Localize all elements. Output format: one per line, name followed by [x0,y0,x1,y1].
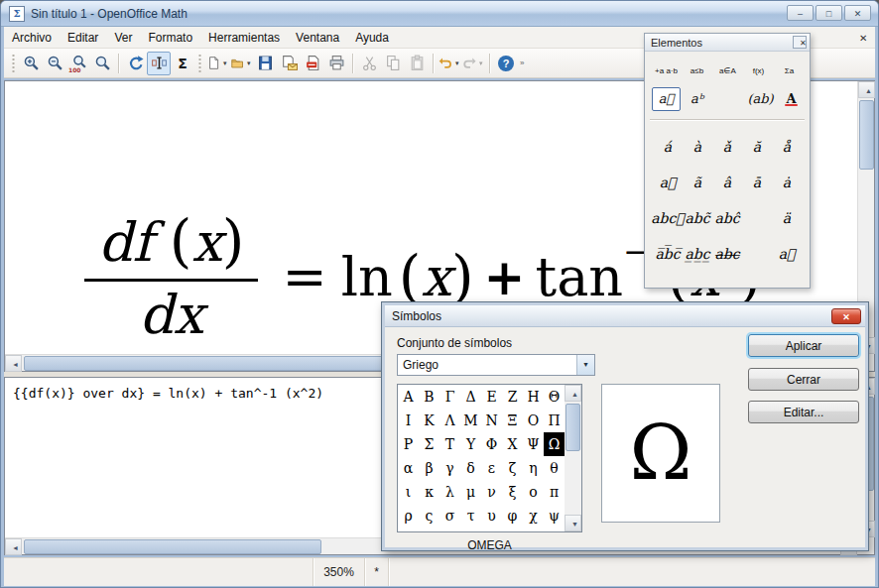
minimize-button[interactable]: – [787,5,814,21]
symbol-set-value[interactable]: Griego [398,355,576,375]
save-button[interactable] [253,52,277,75]
chevron-down-icon[interactable]: ▾ [221,59,228,67]
symbol-cell[interactable]: Ν [481,409,502,432]
symbol-cell[interactable]: θ [544,456,565,480]
scroll-left-icon[interactable]: ◄ [5,355,22,372]
symbol-cell[interactable]: λ [440,480,460,504]
attribute-button[interactable]: â [712,165,742,200]
zoom-out-button[interactable] [43,52,66,75]
update-view-button[interactable] [123,52,147,75]
menu-item[interactable]: Ventana [288,28,347,48]
symbol-cell[interactable]: υ [481,504,502,528]
symbol-cell[interactable]: Η [523,385,544,409]
attribute-button[interactable]: á [653,129,683,165]
symbol-cell[interactable]: Γ [440,385,460,409]
scroll-left-icon[interactable]: ◄ [5,538,22,555]
symbol-cell[interactable]: ε [481,456,502,480]
help-button[interactable]: ? [494,52,518,75]
symbol-cell[interactable]: τ [460,504,481,528]
attribute-button[interactable]: abĉ [712,200,742,236]
scrollbar-thumb[interactable] [24,539,321,554]
scrollbar-thumb[interactable] [565,404,580,451]
symbol-cell[interactable]: Ε [481,385,502,409]
symbol-set-combobox[interactable]: Griego ▼ [397,354,595,376]
combo-dropdown-icon[interactable]: ▼ [576,355,594,375]
symbols-catalog-button[interactable]: Σ [171,52,194,75]
symbol-cell[interactable]: Ψ [523,432,544,456]
print-button[interactable] [324,52,348,75]
element-category-button[interactable]: f(x) [744,59,773,83]
toolbar-handle[interactable] [197,54,202,73]
symbol-cell[interactable]: κ [419,480,440,504]
symbol-cell[interactable]: δ [460,456,481,480]
export-pdf-button[interactable] [301,52,324,75]
command-text[interactable]: {{df(x)} over dx} = ln(x) + tan^-1 (x^2) [13,386,323,402]
toolbar-overflow-icon[interactable]: » [520,59,524,67]
symbols-dialog-titlebar[interactable]: Símbolos [385,305,865,327]
edit-button[interactable]: Editar... [748,401,859,423]
symbol-cell[interactable]: ζ [502,456,523,480]
dialog-close-icon[interactable]: ✕ [831,308,861,324]
symbol-cell[interactable]: Ι [398,409,419,432]
attribute-button[interactable]: abc̃ [683,200,712,236]
attribute-button[interactable]: ǎ [712,129,742,165]
attribute-button[interactable]: abc⃗ [653,200,683,236]
menu-item[interactable]: Ayuda [347,28,397,48]
symbol-cell[interactable]: Λ [440,409,460,432]
attribute-button[interactable]: a⃗ [653,165,683,200]
new-document-button[interactable]: ▾ [205,52,229,75]
attribute-button[interactable]: å [772,129,802,165]
symbol-cell[interactable]: Υ [460,432,481,456]
symbol-cell[interactable]: Ω [544,432,565,456]
menu-item[interactable]: Ver [106,28,140,48]
symbol-cell[interactable]: μ [460,480,481,504]
menu-item[interactable]: Herramientas [200,28,288,48]
document-as-email-button[interactable] [277,52,301,75]
maximize-button[interactable]: □ [816,5,842,21]
element-category-button[interactable]: a⃗ [652,87,681,111]
open-button[interactable]: ▾ [229,52,253,75]
element-category-button[interactable]: aᵇ [683,87,711,111]
element-category-button[interactable]: a∈A [713,59,742,83]
symbol-cell[interactable]: Μ [460,409,481,432]
symbol-cell[interactable]: Φ [481,432,502,456]
symbol-cell[interactable]: ι [398,480,419,504]
symbol-cell[interactable]: Ο [523,409,544,432]
symbol-cell[interactable]: Ζ [502,385,523,409]
symbol-cell[interactable]: Τ [440,432,460,456]
symbol-cell[interactable]: σ [440,504,460,528]
symbol-cell[interactable]: η [523,456,544,480]
symbol-cell[interactable]: Δ [460,385,481,409]
symbol-cell[interactable]: Θ [544,385,565,409]
symbol-cell[interactable]: χ [523,504,544,528]
symbol-cell[interactable]: Β [419,385,440,409]
symbol-cell[interactable]: φ [502,504,523,528]
element-category-button[interactable]: A [777,87,806,111]
attribute-button[interactable]: à [683,129,712,165]
title-bar[interactable]: Σ Sin título 1 - OpenOffice Math – □ ✕ [1,1,878,27]
menu-item[interactable]: Editar [60,28,106,48]
symbol-cell[interactable]: Ξ [502,409,523,432]
chevron-down-icon[interactable]: ▾ [477,59,484,67]
status-zoom[interactable]: 350% [314,558,365,586]
symbol-cell[interactable]: Ρ [398,432,419,456]
symbol-cell[interactable]: β [419,456,440,480]
symbol-cell[interactable]: ς [419,504,440,528]
attribute-button[interactable] [742,236,772,272]
symbol-cell[interactable]: Π [544,409,565,432]
attribute-button[interactable]: a⃛ [772,236,802,272]
attribute-button[interactable]: a̶b̶c̶ [712,236,742,272]
copy-button[interactable] [381,52,405,75]
element-category-button[interactable]: a≤b [683,59,711,83]
symbol-cell[interactable]: ρ [398,504,419,528]
symbol-cell[interactable]: ψ [544,504,565,528]
attribute-button[interactable]: ã [683,165,712,200]
symbol-cell[interactable]: Χ [502,432,523,456]
symbol-cell[interactable]: Α [398,385,419,409]
undo-button[interactable]: ▾ [438,52,461,75]
close-button[interactable]: ✕ [844,5,871,21]
menu-item[interactable]: Formato [140,28,200,48]
symbol-cell[interactable]: π [544,480,565,504]
attribute-button[interactable] [742,200,772,236]
attribute-button[interactable]: a̅b̅c̅ [653,236,683,272]
